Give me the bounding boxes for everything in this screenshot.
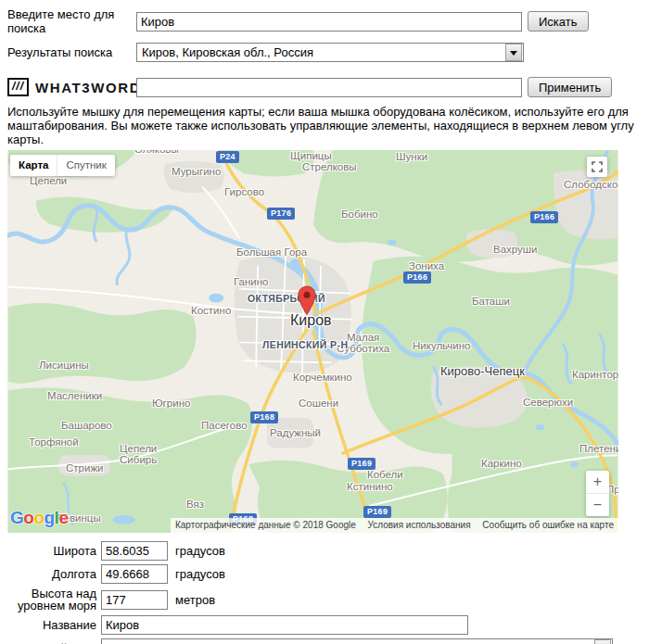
map-place-label: Стрижи [66,462,104,474]
longitude-unit: градусов [175,567,225,581]
map-place-label: Цепели Сибирь [120,443,157,465]
map-place-label: Пасегово [201,420,248,431]
road-badge: P166 [403,271,431,284]
zoom-out-button[interactable]: − [586,494,609,516]
results-label: Результаты поиска [7,45,136,59]
name-input[interactable] [101,615,468,635]
results-row: Результаты поиска Киров, Кировская обл.,… [7,43,649,62]
search-label: Введите место для поиска [7,7,136,35]
map-place-label: Каринторф [572,369,618,380]
map-place-label: Плетени [579,443,618,454]
map-place-label: Зониха [409,260,444,271]
what3words-slashes-icon: /// [7,78,29,96]
map-place-label: Цепели [30,175,67,186]
map-place-label: Ганино [234,276,269,287]
road-badge: P176 [267,208,295,220]
latitude-unit: градусов [175,544,225,558]
what3words-input[interactable] [136,78,522,97]
map-copyright: Картографические данные © 2018 Google [175,520,356,530]
map-place-label: Шунки [396,151,427,162]
latitude-label: Широта [7,545,96,557]
name-label: Название [7,619,96,631]
map-place-label: Вахруши [493,244,537,255]
map-place-label: Вяз [186,499,204,510]
map-place-label: Лисицины [39,360,89,371]
zoom-in-button[interactable]: + [586,471,609,494]
map-place-label: Корчемкино [293,372,352,383]
map-place-label: Мурыгино [172,166,221,177]
map-place-label: Большая Гора [236,246,307,258]
road-badge: P169 [363,506,391,518]
map-place-label: Стрелковы [302,161,357,172]
map-place-label: Оляковы [134,150,179,155]
map-place-label: Никульчино [413,340,470,351]
map-place-label: Югрино [152,398,190,409]
road-badge: P166 [530,211,558,223]
dropdown-arrow-icon[interactable] [505,44,522,61]
map-place-label: Бобино [341,208,378,220]
results-select[interactable]: Киров, Кировская обл., Россия [136,43,524,62]
map-place-label: Северюхи [523,397,573,408]
map-place-label: Баташи [472,296,510,307]
location-pin-icon[interactable] [298,285,316,317]
longitude-input[interactable] [101,564,168,584]
map-place-label: Масленики [47,390,102,401]
map-place-label: Радужный [270,427,321,438]
search-row: Введите место для поиска Искать [7,7,649,35]
google-logo[interactable]: Google [10,508,68,528]
map-instructions: Используйте мышку для перемещения карты;… [7,105,645,146]
map-place-label: Костино [191,305,231,316]
results-selected-value: Киров, Кировская обл., Россия [137,45,504,59]
map-place-label: Торфяной [29,436,79,448]
coordinates-form: Широта градусов Долгота градусов Высота … [7,541,649,644]
map-type-map-button[interactable]: Карта [10,155,57,176]
fullscreen-icon [592,161,603,172]
map-type-control: Карта Спутник [10,155,115,176]
terms-link[interactable]: Условия использования [368,520,471,530]
google-map[interactable]: ОляковыP24ЩипицыСтрелковыШункиМурыгиноЦе… [7,150,618,533]
road-badge: P168 [250,411,278,423]
what3words-apply-button[interactable]: Применить [528,77,612,97]
map-place-label: Каркино [481,458,522,469]
zoom-control: + − [586,471,609,516]
search-input[interactable] [136,12,522,32]
timezone-select[interactable]: (GMT+3:00) Russian Federation (Zone 2) [101,638,613,644]
map-place-label: Сошени [299,398,338,409]
fullscreen-button[interactable] [587,157,607,177]
map-place-label: ЛЕНИНСКИЙ Р-Н [262,339,348,350]
map-place-label: Щипицы [290,150,332,161]
altitude-unit: метров [175,593,215,607]
map-type-satellite-button[interactable]: Спутник [57,155,114,176]
what3words-brand: WHAT3WORDS [35,80,152,95]
search-button[interactable]: Искать [528,11,589,32]
road-badge: P24 [216,151,239,163]
map-place-label: Кобели [367,469,403,480]
map-place-label: Кстинино [347,481,393,492]
map-place-label: Башарово [61,420,112,431]
latitude-input[interactable] [101,541,168,561]
what3words-row: /// WHAT3WORDS Применить [7,77,649,97]
altitude-input[interactable] [101,590,168,610]
map-place-label: Гирсово [224,186,264,197]
geolocation-settings-page: Введите место для поиска Искать Результа… [0,0,649,644]
what3words-logo: /// WHAT3WORDS [7,78,136,96]
report-error-link[interactable]: Сообщить об ошибке на карте [482,520,614,530]
dropdown-arrow-icon[interactable] [594,639,611,644]
altitude-label: Высота над уровнем моря [7,587,96,612]
longitude-label: Долгота [7,568,96,580]
map-place-label: Слободской [564,179,618,190]
map-attribution: Картографические данные © 2018 Google Ус… [171,518,618,533]
map-place-label: Кирово-Чепецк [440,366,525,377]
